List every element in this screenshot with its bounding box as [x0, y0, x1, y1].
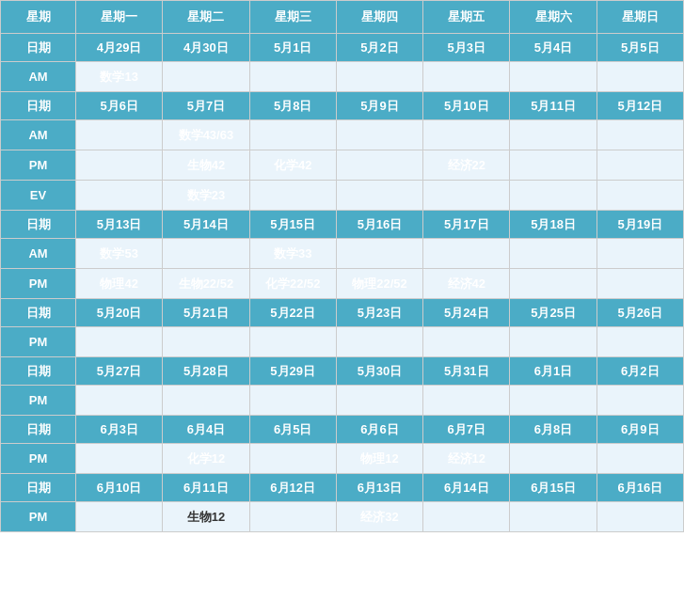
date-cell: 5月2日: [336, 34, 422, 62]
exam-cell: [510, 386, 597, 416]
exam-cell: [76, 327, 163, 357]
header-cell: 星期四: [336, 1, 422, 34]
date-cell: 6月16日: [597, 474, 683, 502]
exam-cell: [336, 150, 422, 181]
exam-cell: [423, 120, 510, 150]
date-cell: 6月15日: [510, 474, 597, 502]
exam-cell: 化学12: [163, 444, 249, 474]
date-cell: 6月4日: [163, 416, 249, 444]
date-cell: 5月29日: [249, 357, 336, 386]
date-cell: 5月22日: [249, 299, 336, 327]
date-cell: 5月26日: [597, 299, 683, 327]
date-cell: 5月16日: [336, 211, 422, 239]
exam-cell: [163, 327, 249, 357]
header-cell: 星期二: [163, 1, 249, 34]
exam-cell: [423, 502, 510, 532]
date-cell: 6月14日: [423, 474, 510, 502]
period-label: PM: [1, 444, 76, 474]
exam-cell: 生物22/52: [163, 269, 249, 299]
period-row: PM生物12经济32: [1, 502, 684, 532]
exam-cell: [76, 444, 163, 474]
date-cell: 5月28日: [163, 357, 249, 386]
period-label: AM: [1, 239, 76, 269]
exam-cell: [510, 120, 597, 150]
period-row: AM数学43/63: [1, 120, 684, 150]
exam-cell: [510, 327, 597, 357]
exam-cell: 经济32: [336, 502, 422, 532]
exam-cell: [163, 62, 249, 92]
period-row: PM生物42化学42经济22: [1, 150, 684, 181]
date-cell: 5月7日: [163, 92, 249, 120]
exam-cell: [597, 120, 683, 150]
date-cell: 5月14日: [163, 211, 249, 239]
exam-cell: [423, 386, 510, 416]
header-cell: 星期日: [597, 1, 683, 34]
exam-cell: [336, 386, 422, 416]
date-cell: 日期: [1, 211, 76, 239]
exam-cell: [249, 181, 336, 211]
date-cell: 5月6日: [76, 92, 163, 120]
date-cell: 6月6日: [336, 416, 422, 444]
header-cell: 星期六: [510, 1, 597, 34]
exam-cell: 化学42: [249, 150, 336, 181]
date-cell: 6月2日: [597, 357, 683, 386]
period-label: PM: [1, 269, 76, 299]
exam-cell: [423, 181, 510, 211]
exam-cell: [597, 239, 683, 269]
exam-cell: [336, 327, 422, 357]
date-cell: 日期: [1, 299, 76, 327]
exam-cell: 数学13: [76, 62, 163, 92]
date-cell: 6月13日: [336, 474, 422, 502]
header-row: 星期星期一星期二星期三星期四星期五星期六星期日: [1, 1, 684, 34]
date-cell: 5月19日: [597, 211, 683, 239]
exam-cell: [597, 150, 683, 181]
exam-cell: 生物12: [163, 502, 249, 532]
date-cell: 5月31日: [423, 357, 510, 386]
date-cell: 5月13日: [76, 211, 163, 239]
exam-cell: [597, 62, 683, 92]
exam-cell: 数学43/63: [163, 120, 249, 150]
exam-cell: [249, 120, 336, 150]
date-row: 日期5月27日5月28日5月29日5月30日5月31日6月1日6月2日: [1, 357, 684, 386]
exam-cell: [163, 239, 249, 269]
exam-cell: [597, 327, 683, 357]
exam-cell: [597, 269, 683, 299]
date-cell: 5月10日: [423, 92, 510, 120]
exam-cell: [336, 181, 422, 211]
date-row: 日期4月29日4月30日5月1日5月2日5月3日5月4日5月5日: [1, 34, 684, 62]
exam-cell: [76, 181, 163, 211]
date-cell: 5月20日: [76, 299, 163, 327]
period-label: PM: [1, 150, 76, 181]
date-cell: 日期: [1, 474, 76, 502]
date-cell: 4月29日: [76, 34, 163, 62]
header-cell: 星期一: [76, 1, 163, 34]
date-cell: 4月30日: [163, 34, 249, 62]
date-cell: 日期: [1, 92, 76, 120]
date-cell: 5月5日: [597, 34, 683, 62]
period-row: EV数学23: [1, 181, 684, 211]
period-label: AM: [1, 120, 76, 150]
exam-cell: [510, 502, 597, 532]
exam-cell: [163, 386, 249, 416]
exam-cell: 化学22/52: [249, 269, 336, 299]
header-cell: 星期五: [423, 1, 510, 34]
period-row: PM: [1, 386, 684, 416]
exam-cell: 物理42: [76, 269, 163, 299]
date-cell: 6月8日: [510, 416, 597, 444]
date-cell: 5月12日: [597, 92, 683, 120]
exam-cell: 数学23: [163, 181, 249, 211]
date-cell: 5月4日: [510, 34, 597, 62]
date-cell: 日期: [1, 357, 76, 386]
date-cell: 6月1日: [510, 357, 597, 386]
exam-cell: [597, 386, 683, 416]
date-row: 日期6月10日6月11日6月12日6月13日6月14日6月15日6月16日: [1, 474, 684, 502]
exam-cell: 数学33: [249, 239, 336, 269]
date-cell: 5月15日: [249, 211, 336, 239]
exam-cell: [423, 327, 510, 357]
date-cell: 5月11日: [510, 92, 597, 120]
period-row: AM数学13: [1, 62, 684, 92]
date-cell: 5月3日: [423, 34, 510, 62]
date-cell: 5月8日: [249, 92, 336, 120]
exam-cell: [76, 150, 163, 181]
period-label: EV: [1, 181, 76, 211]
